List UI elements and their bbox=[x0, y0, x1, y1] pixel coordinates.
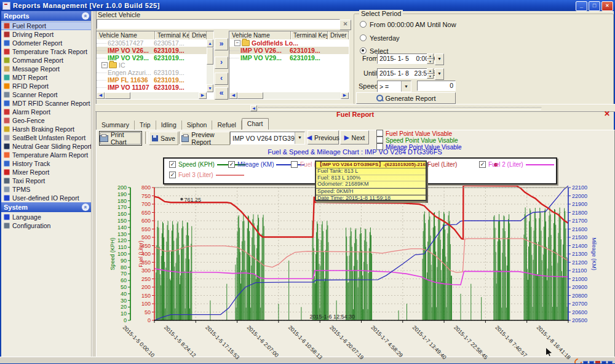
chevron-up-icon[interactable]: « bbox=[82, 204, 89, 211]
vehicle-row[interactable]: IMP VO V29...6231019... bbox=[97, 54, 213, 61]
tab-siphon[interactable]: Siphon bbox=[182, 121, 213, 130]
sidebar-item-harsh-braking-report[interactable]: Harsh Braking Report bbox=[1, 125, 91, 133]
preview-report-button[interactable]: Preview Report bbox=[181, 132, 230, 145]
generate-report-button[interactable]: Generate Report bbox=[356, 92, 456, 104]
column-header-driver-nam[interactable]: Driver Nam bbox=[328, 31, 349, 39]
horizontal-scrollbar[interactable]: ◀▶ bbox=[97, 92, 207, 99]
next-button[interactable]: ▶ Next bbox=[340, 130, 369, 144]
checkbox-icon[interactable] bbox=[376, 136, 383, 143]
sidebar-item-language[interactable]: Language bbox=[1, 213, 91, 221]
previous-button[interactable]: ◀ Previous bbox=[308, 130, 339, 144]
sidebar-item-history-track[interactable]: History Track bbox=[1, 159, 91, 168]
sidebar-item-temperature-track-report[interactable]: Temperature Track Report bbox=[1, 47, 91, 56]
sidebar-item-mdt-report[interactable]: MDT Report bbox=[1, 73, 91, 82]
sidebar-item-alarm-report[interactable]: Alarm Report bbox=[1, 108, 91, 116]
column-header-terminal-key[interactable]: Terminal Key bbox=[291, 31, 328, 39]
period-option-from-00-00-00-am-until-now[interactable]: From 00:00:00 AM Until Now bbox=[360, 21, 456, 28]
sidebar-item-neutral-gear-sliding-report[interactable]: Neutral Gear Sliding Report bbox=[1, 142, 91, 151]
close-button[interactable]: × bbox=[601, 1, 613, 11]
sidebar-item-scanner-report[interactable]: Scanner Report bbox=[1, 90, 91, 99]
vehicle-row[interactable]: IMP VO V29...6231019... bbox=[229, 54, 349, 61]
clear-search-button[interactable]: ✕ bbox=[339, 20, 351, 30]
horizontal-scrollbar[interactable]: ◀▶ bbox=[229, 92, 349, 99]
sidebar-item-driving-report[interactable]: Driving Report bbox=[1, 30, 91, 39]
sidebar-item-mixer-report[interactable]: Mixer Report bbox=[1, 168, 91, 176]
from-date-dropdown[interactable]: ▼ bbox=[435, 53, 444, 65]
sidebar-item-temperature-alarm-report[interactable]: Temperature Alarm Report bbox=[1, 151, 91, 159]
vehicle-combo-dropdown-icon[interactable]: ▼ bbox=[295, 132, 304, 144]
sidebar-section-reports[interactable]: Reports« bbox=[1, 11, 91, 21]
scroll-thumb[interactable] bbox=[105, 92, 130, 99]
checkbox-checked-icon[interactable]: ✓ bbox=[479, 161, 486, 168]
scroll-right-icon[interactable]: ▶ bbox=[341, 92, 349, 99]
sidebar-item-message-report[interactable]: Message Report bbox=[1, 65, 91, 73]
from-date-spinner[interactable]: ▲▼ bbox=[427, 53, 434, 64]
checkbox-checked-icon[interactable]: ✓ bbox=[169, 161, 176, 168]
sidebar-item-command-report[interactable]: Command Report bbox=[1, 56, 91, 65]
vertical-scrollbar[interactable]: ▲▼ bbox=[207, 39, 213, 92]
tab-summary[interactable]: Summary bbox=[97, 121, 135, 130]
column-header-vehicle-name[interactable]: Vehicle Name bbox=[97, 31, 155, 39]
sidebar-item-geo-fence[interactable]: Geo-Fence bbox=[1, 116, 91, 125]
sidebar-item-tpms[interactable]: TPMS bbox=[1, 185, 91, 194]
radio-icon[interactable] bbox=[360, 34, 367, 41]
vehicle-search-input[interactable] bbox=[97, 19, 340, 29]
scroll-down-icon[interactable]: ▼ bbox=[207, 84, 213, 92]
move-all-left-button[interactable]: « bbox=[215, 87, 228, 100]
sidebar-item-fuel-report[interactable]: Fuel Report bbox=[1, 22, 91, 30]
sidebar-section-system[interactable]: System« bbox=[1, 202, 91, 212]
sidebar-item-user-defined-io-report[interactable]: User-defined IO Report bbox=[1, 194, 91, 202]
period-option-yesterday[interactable]: Yesterday bbox=[360, 34, 400, 42]
checkbox-checked-icon[interactable]: ✓ bbox=[169, 172, 176, 178]
vehicle-row[interactable]: IMP VO V26...6231019... bbox=[97, 47, 213, 54]
folder-row[interactable]: −IC bbox=[97, 61, 213, 69]
checkbox-icon[interactable] bbox=[291, 161, 298, 168]
checkbox-checked-icon[interactable]: ✓ bbox=[228, 161, 235, 168]
speed-value-input[interactable]: 0 bbox=[417, 81, 456, 91]
sidebar-item-seatbelt-unfasten-report[interactable]: SeatBelt Unfasten Report bbox=[1, 133, 91, 142]
vehicle-row[interactable]: IMP VO 111076231019... bbox=[97, 84, 213, 91]
print-chart-button[interactable]: Print Chart bbox=[99, 131, 142, 146]
restore-button[interactable]: □ bbox=[589, 1, 600, 11]
checkbox-icon[interactable] bbox=[376, 130, 383, 136]
radio-icon[interactable] bbox=[360, 21, 367, 28]
scroll-up-icon[interactable]: ▲ bbox=[207, 39, 213, 47]
sidebar-item-rfid-report[interactable]: RFID Report bbox=[1, 82, 91, 90]
tab-refuel[interactable]: Refuel bbox=[212, 121, 241, 130]
legend-item-fuel-2-liter[interactable]: ✓Fuel 2 (Liter) bbox=[479, 161, 554, 168]
until-date-field[interactable]: 2015- 1- 8 23:59:59 bbox=[377, 68, 427, 79]
column-header-terminal-key[interactable]: Terminal Key bbox=[155, 31, 189, 39]
scroll-left-icon[interactable]: ◀ bbox=[97, 92, 105, 99]
vehicle-combo[interactable]: IMP VO V264 DTG396FS ▼ bbox=[230, 132, 305, 144]
sidebar-item-mdt-rfid-scanner-report[interactable]: MDT RFID Scanner Report bbox=[1, 99, 91, 108]
tab-chart[interactable]: Chart bbox=[242, 118, 269, 130]
collapse-icon[interactable]: − bbox=[234, 40, 240, 46]
scroll-thumb[interactable] bbox=[207, 47, 213, 65]
until-date-spinner[interactable]: ▲▼ bbox=[427, 68, 434, 79]
sidebar-item-odometer-report[interactable]: Odometer Report bbox=[1, 39, 91, 47]
minimize-button[interactable]: _ bbox=[576, 1, 587, 11]
sidebar-item-configuration[interactable]: Configuration bbox=[1, 221, 91, 230]
radio-selected-icon[interactable] bbox=[360, 47, 367, 54]
scroll-left-icon[interactable]: ◀ bbox=[229, 92, 237, 99]
close-report-button[interactable]: ✕ bbox=[603, 109, 611, 118]
tab-idling[interactable]: Idling bbox=[156, 121, 182, 130]
chevron-up-icon[interactable]: « bbox=[82, 12, 89, 20]
from-date-field[interactable]: 2015- 1- 5 0:00:00 bbox=[377, 53, 427, 64]
sidebar-item-taxi-report[interactable]: Taxi Report bbox=[1, 176, 91, 185]
save-button[interactable]: Save bbox=[149, 132, 178, 145]
vehicle-row[interactable]: Engen Azzuri...6231019... bbox=[97, 69, 213, 76]
speed-operator-combo[interactable]: > =▼ bbox=[377, 81, 411, 92]
collapse-icon[interactable]: − bbox=[101, 62, 108, 68]
tab-trip[interactable]: Trip bbox=[135, 121, 156, 130]
vehicle-row[interactable]: IMP FL 116366231019... bbox=[97, 76, 213, 84]
vehicle-row[interactable]: IMP VO V26...6231019... bbox=[229, 47, 349, 54]
scroll-right-icon[interactable]: ▶ bbox=[199, 92, 207, 99]
column-header-driver-nam[interactable]: Driver Nam bbox=[189, 31, 207, 39]
move-right-button[interactable]: › bbox=[215, 57, 228, 69]
folder-row[interactable]: −Goldfields Lo... bbox=[229, 39, 349, 47]
scroll-thumb[interactable] bbox=[237, 92, 263, 99]
scroll-track[interactable] bbox=[130, 92, 199, 99]
legend-item-fuel-3-liter[interactable]: ✓Fuel 3 (Liter) bbox=[169, 172, 244, 178]
scroll-track[interactable] bbox=[263, 92, 341, 99]
